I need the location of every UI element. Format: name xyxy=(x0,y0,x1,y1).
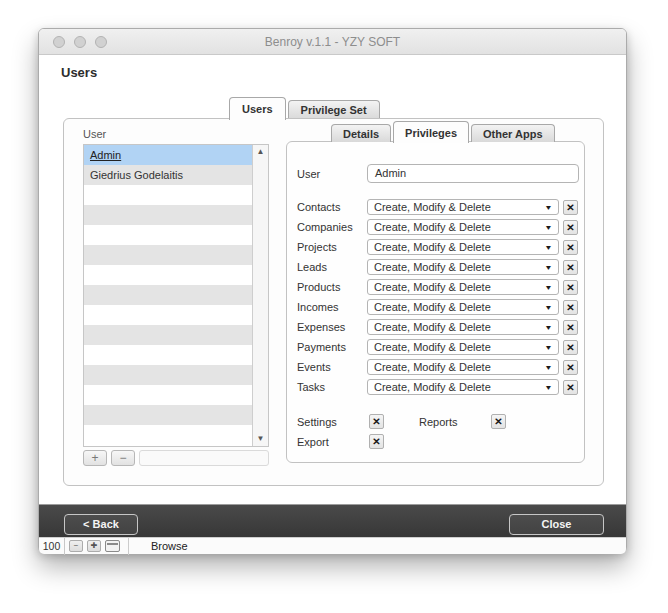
clear-privilege-button[interactable]: ✕ xyxy=(563,240,578,255)
clear-privilege-button[interactable]: ✕ xyxy=(563,260,578,275)
detail-tabstrip: Details Privileges Other Apps xyxy=(331,119,555,142)
toggle-label: Export xyxy=(297,436,369,448)
toggle-label: Settings xyxy=(297,416,369,428)
page-title: Users xyxy=(61,65,97,80)
toggle-x-button[interactable]: ✕ xyxy=(369,434,384,449)
privilege-row: PaymentsCreate, Modify & Delete▼✕ xyxy=(297,339,578,355)
scroll-up-icon[interactable]: ▲ xyxy=(253,145,268,159)
status-bar: 100 − ✚ Browse xyxy=(39,537,626,554)
main-tabstrip: Users Privilege Set xyxy=(229,95,380,119)
user-row[interactable] xyxy=(84,365,252,385)
privilege-label: Tasks xyxy=(297,381,367,393)
dropdown-arrow-icon: ▼ xyxy=(544,224,552,231)
privilege-select[interactable]: Create, Modify & Delete▼ xyxy=(367,299,559,315)
dropdown-arrow-icon: ▼ xyxy=(544,324,552,331)
user-row[interactable] xyxy=(84,225,252,245)
privilege-value: Create, Modify & Delete xyxy=(374,361,491,373)
window-title: Benroy v.1.1 - YZY SOFT xyxy=(39,29,626,55)
user-list-footer: + − xyxy=(83,447,269,469)
app-window: Benroy v.1.1 - YZY SOFT Users Users Priv… xyxy=(38,28,627,553)
dropdown-arrow-icon: ▼ xyxy=(544,384,552,391)
privilege-value: Create, Modify & Delete xyxy=(374,341,491,353)
close-button[interactable]: Close xyxy=(509,514,604,535)
privilege-label: Contacts xyxy=(297,201,367,213)
user-row[interactable]: Giedrius Godelaitis xyxy=(84,165,252,185)
privilege-label: Leads xyxy=(297,261,367,273)
privilege-row: TasksCreate, Modify & Delete▼✕ xyxy=(297,379,578,395)
user-list-header: User xyxy=(83,128,106,140)
clear-privilege-button[interactable]: ✕ xyxy=(563,220,578,235)
user-row[interactable] xyxy=(84,265,252,285)
user-row[interactable] xyxy=(84,285,252,305)
privilege-row: CompaniesCreate, Modify & Delete▼✕ xyxy=(297,219,578,235)
user-row[interactable] xyxy=(84,425,252,445)
user-row[interactable] xyxy=(84,325,252,345)
tab-other-apps[interactable]: Other Apps xyxy=(471,124,555,142)
zoom-out-icon[interactable]: − xyxy=(69,540,83,552)
clear-privilege-button[interactable]: ✕ xyxy=(563,300,578,315)
dropdown-arrow-icon: ▼ xyxy=(544,304,552,311)
tab-users[interactable]: Users xyxy=(229,97,286,120)
privilege-value: Create, Modify & Delete xyxy=(374,221,491,233)
toggle-x-button[interactable]: ✕ xyxy=(369,414,384,429)
user-row[interactable] xyxy=(84,345,252,365)
privilege-select[interactable]: Create, Modify & Delete▼ xyxy=(367,239,559,255)
user-row[interactable] xyxy=(84,205,252,225)
user-list: AdminGiedrius Godelaitis ▲ ▼ xyxy=(83,144,269,447)
user-row[interactable] xyxy=(84,185,252,205)
list-footer-strip xyxy=(139,450,269,466)
user-name-input[interactable]: Admin xyxy=(367,164,579,183)
clear-privilege-button[interactable]: ✕ xyxy=(563,380,578,395)
user-list-rows: AdminGiedrius Godelaitis xyxy=(84,145,252,446)
privilege-select[interactable]: Create, Modify & Delete▼ xyxy=(367,279,559,295)
privilege-row: ProjectsCreate, Modify & Delete▼✕ xyxy=(297,239,578,255)
add-user-button[interactable]: + xyxy=(83,450,107,466)
privilege-select[interactable]: Create, Modify & Delete▼ xyxy=(367,319,559,335)
footer-bar: < Back Close xyxy=(39,504,626,537)
privilege-label: Products xyxy=(297,281,367,293)
privilege-value: Create, Modify & Delete xyxy=(374,281,491,293)
title-bar[interactable]: Benroy v.1.1 - YZY SOFT xyxy=(39,29,626,55)
back-button[interactable]: < Back xyxy=(64,514,138,535)
privilege-select[interactable]: Create, Modify & Delete▼ xyxy=(367,199,559,215)
privilege-row: EventsCreate, Modify & Delete▼✕ xyxy=(297,359,578,375)
privilege-value: Create, Modify & Delete xyxy=(374,261,491,273)
privilege-select[interactable]: Create, Modify & Delete▼ xyxy=(367,379,559,395)
privilege-select[interactable]: Create, Modify & Delete▼ xyxy=(367,339,559,355)
user-row[interactable] xyxy=(84,405,252,425)
status-divider xyxy=(128,538,129,555)
toggle-label: Reports xyxy=(419,416,491,428)
dropdown-arrow-icon: ▼ xyxy=(544,264,552,271)
privilege-label: Incomes xyxy=(297,301,367,313)
clear-privilege-button[interactable]: ✕ xyxy=(563,280,578,295)
privilege-select[interactable]: Create, Modify & Delete▼ xyxy=(367,359,559,375)
user-list-scrollbar[interactable]: ▲ ▼ xyxy=(252,145,268,446)
clear-privilege-button[interactable]: ✕ xyxy=(563,320,578,335)
privilege-label: Projects xyxy=(297,241,367,253)
tab-privilege-set[interactable]: Privilege Set xyxy=(288,100,380,119)
layout-mode-icon[interactable] xyxy=(105,540,120,552)
privilege-row: ContactsCreate, Modify & Delete▼✕ xyxy=(297,199,578,215)
toggle-x-button[interactable]: ✕ xyxy=(491,414,506,429)
tab-privileges[interactable]: Privileges xyxy=(393,121,469,143)
privilege-select[interactable]: Create, Modify & Delete▼ xyxy=(367,219,559,235)
scroll-down-icon[interactable]: ▼ xyxy=(253,432,268,446)
clear-privilege-button[interactable]: ✕ xyxy=(563,200,578,215)
clear-privilege-button[interactable]: ✕ xyxy=(563,360,578,375)
zoom-in-icon[interactable]: ✚ xyxy=(87,540,101,552)
user-row[interactable]: Admin xyxy=(84,145,252,165)
user-name: Giedrius Godelaitis xyxy=(90,169,183,181)
tab-details[interactable]: Details xyxy=(331,124,391,142)
remove-user-button[interactable]: − xyxy=(111,450,135,466)
privilege-label: Expenses xyxy=(297,321,367,333)
privilege-select[interactable]: Create, Modify & Delete▼ xyxy=(367,259,559,275)
user-row[interactable] xyxy=(84,305,252,325)
mode-indicator: Browse xyxy=(151,540,188,552)
clear-privilege-button[interactable]: ✕ xyxy=(563,340,578,355)
user-field-row: User Admin xyxy=(297,164,579,183)
toggle-export: Export✕ xyxy=(297,434,419,449)
zoom-level[interactable]: 100 xyxy=(39,538,65,555)
user-row[interactable] xyxy=(84,245,252,265)
user-row[interactable] xyxy=(84,385,252,405)
dropdown-arrow-icon: ▼ xyxy=(544,364,552,371)
